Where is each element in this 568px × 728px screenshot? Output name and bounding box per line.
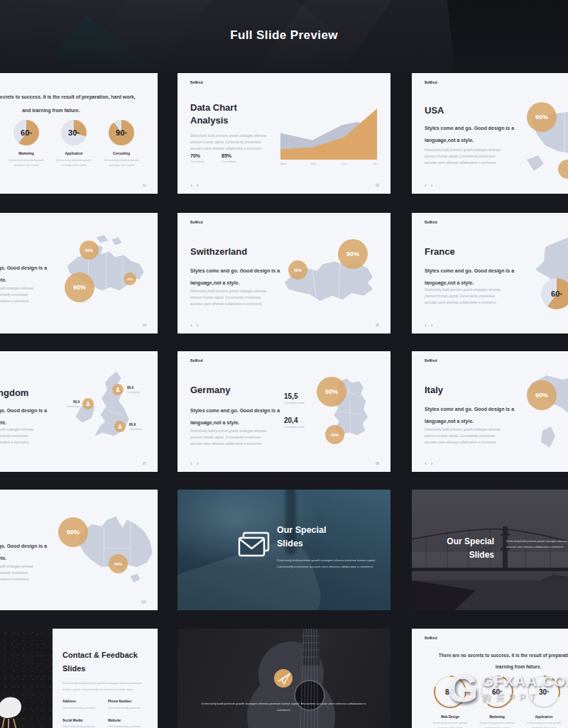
countdown-label: Countdown: [129, 428, 142, 431]
user-icon: [117, 424, 123, 429]
slide-thumbnail-data-chart[interactable]: BeMind Data Chart Analysis Distinctively…: [178, 73, 390, 194]
australia-map: [65, 505, 158, 588]
ring-label: Web Design: [441, 715, 459, 719]
slide-thumbnail-uk-map[interactable]: United Kingdom Styles come and go. Good …: [0, 351, 158, 472]
slide-title: United Kingdom: [0, 387, 28, 399]
pie-value: 60: [551, 289, 559, 298]
field-label: Address:: [62, 700, 108, 703]
pie-item: 60% Marketing Distinctively premium grow…: [4, 120, 48, 168]
page-number: 98: [376, 462, 379, 465]
page-title: Full Slide Preview: [0, 28, 568, 43]
slide-title: Germany: [190, 384, 230, 397]
page-number: 97: [143, 462, 146, 465]
chevron-right-icon: ›: [197, 322, 203, 329]
brand-logo: BeMind: [190, 359, 203, 363]
pie-caption: Distinctively premium growth strategies …: [6, 158, 47, 168]
slide-thumbnail-special-bridge[interactable]: Our Special Slides Distinctively build p…: [412, 490, 568, 610]
slide-subtitle: Styles come and go. Good design is a lan…: [425, 404, 517, 428]
user-bubble: [112, 384, 124, 395]
pie-caption: Distinctively premium growth strategies …: [101, 158, 142, 168]
slide-nav-arrows: ‹›: [425, 322, 437, 329]
stat-value: 70%: [190, 153, 204, 158]
x-tick: June: [342, 162, 347, 165]
contact-field: Address: The Distinctively premium.: [62, 700, 108, 710]
brand-logo: BeMind: [190, 81, 203, 84]
countdown-stat: 60,9 Countdown: [65, 400, 80, 408]
page-number: 95: [376, 324, 379, 327]
slide-subtitle: Styles come and go. Good design is a lan…: [425, 123, 517, 147]
contact-fields: Address: The Distinctively premium. Phon…: [62, 700, 158, 728]
chair-photo: [0, 629, 53, 728]
pie-chart: 60%: [541, 278, 568, 309]
slide-thumbnail-france-map[interactable]: BeMind France Styles come and go. Good d…: [412, 213, 568, 333]
slide-title: France: [425, 246, 455, 258]
percentage-bubble: 50%: [109, 554, 128, 573]
countdown-value: 60,9: [65, 400, 80, 404]
slide-thumbnail-contact[interactable]: Contact & Feedback Slides Distinctively …: [0, 629, 158, 728]
field-value: The Distinctively premium.: [108, 706, 158, 710]
slide-body: Distinctively build premium growth strat…: [190, 288, 274, 307]
chevron-right-icon: ›: [197, 182, 203, 189]
brand-logo: BeMind: [425, 81, 437, 84]
slide-nav-arrows: ‹›: [190, 322, 202, 329]
slide-subtitle: Styles come and go. Good design is a lan…: [0, 263, 50, 287]
header-collage-shape: [55, 14, 153, 72]
slide-thumbnail-canada-map[interactable]: Styles come and go. Good design is a lan…: [0, 213, 158, 333]
field-value: The Distinctively premium.: [62, 724, 108, 728]
field-label: Website:: [108, 719, 158, 722]
countdown-stat: 20,4 Countdown build: [284, 417, 304, 429]
pie-value: 60: [21, 128, 29, 137]
ring-label: Application: [535, 715, 552, 719]
percentage-bubble: 90%: [65, 272, 94, 302]
slide-body: Distinctively build premium growth strat…: [0, 426, 41, 446]
chevron-right-icon: ›: [431, 322, 437, 329]
countdown-stat: 80,9 Countdown: [129, 423, 142, 431]
stat-value: 15,5: [284, 392, 304, 400]
slide-subtitle: Styles come and go. Good design is a lan…: [0, 541, 50, 565]
slide-thumbnail-australia-map[interactable]: Styles come and go. Good design is a lan…: [0, 490, 158, 610]
x-tick: April: [280, 162, 286, 165]
countdown-label: Countdown: [65, 405, 80, 408]
slide-thumbnail-switzerland-map[interactable]: BeMind Swithzerland Styles come and go. …: [178, 213, 390, 333]
stat-countdown: 85% Countdown: [222, 153, 236, 163]
x-tick: July: [372, 162, 377, 165]
contact-field: Website: The Distinctively premium.: [108, 719, 158, 728]
slide-body: Distinctively build premium growth strat…: [0, 285, 41, 304]
slide-body: Distinctively build premium growth strat…: [506, 539, 568, 551]
ring-label: Marketing: [489, 715, 505, 719]
field-label: Social Media:: [62, 719, 108, 722]
stat-label: Countdown build: [284, 402, 304, 404]
stat-value: 20,4: [284, 417, 304, 424]
watermark-logo-g: G: [447, 668, 479, 708]
watermark-site-text: GFXAA.COM: [482, 673, 568, 690]
slide-thumbnail-usa-map[interactable]: BeMind USA Styles come and go. Good desi…: [412, 73, 568, 194]
slide-body: Distinctively build premium growth strat…: [190, 133, 274, 152]
pie-unit: %: [124, 131, 127, 135]
slide-thumbnail-italy-map[interactable]: BeMind Italy Styles come and go. Good de…: [412, 351, 568, 472]
page-number: 94: [143, 324, 146, 327]
percentage-bubble: 50%: [80, 241, 99, 260]
slide-thumbnail-guitar[interactable]: Distinctively build premium growth strat…: [178, 629, 390, 728]
slide-nav-arrows: ‹›: [190, 460, 202, 467]
mail-icon: [237, 531, 271, 558]
slide-title: Swithzerland: [190, 246, 247, 258]
percentage-bubble: 90%: [317, 377, 346, 407]
percentage-bubble: 50%: [325, 425, 344, 444]
field-value: The Distinctively premium.: [62, 706, 108, 710]
slide-thumbnail-germany-map[interactable]: BeMind Germany Styles come and go. Good …: [178, 351, 390, 472]
slide-body: Distinctively build premium growth strat…: [277, 558, 383, 570]
pie-chart: 30%: [61, 120, 87, 145]
chart-x-axis: April May June July: [280, 162, 377, 165]
slide-title: USA: [425, 104, 444, 117]
brand-logo: BeMind: [425, 221, 437, 224]
slide-thumbnail-stat-pies[interactable]: There are no secrets to success. It is t…: [0, 73, 158, 194]
slide-subtitle: Styles come and go. Good design is a lan…: [190, 265, 283, 289]
slide-subtitle: Styles come and go. Good design is a lan…: [190, 405, 283, 429]
chevron-left-icon: ‹: [425, 182, 431, 189]
contact-field: Social Media: The Distinctively premium.: [62, 719, 108, 728]
user-icon: [85, 401, 91, 407]
slide-thumbnail-special-water[interactable]: Our Special Slides Distinctively build p…: [178, 490, 390, 610]
pie-unit: %: [77, 131, 80, 135]
x-tick: May: [311, 162, 316, 165]
pie-chart-row: 60% Marketing Distinctively premium grow…: [4, 120, 143, 168]
